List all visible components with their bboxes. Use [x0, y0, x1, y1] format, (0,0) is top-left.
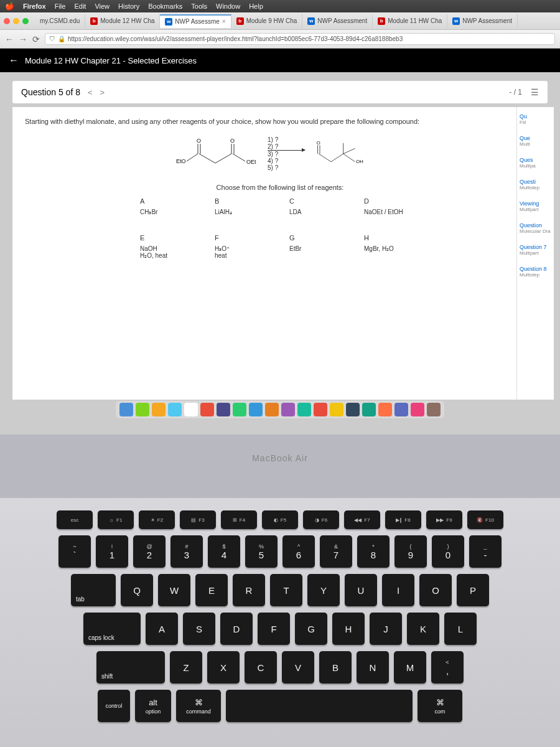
key-p: P — [457, 574, 489, 606]
dock-app-icon[interactable] — [427, 403, 441, 416]
assessment-title: Module 12 HW Chapter 21 - Selected Exerc… — [25, 56, 197, 65]
maximize-window-icon[interactable] — [22, 18, 29, 24]
menu-history[interactable]: History — [118, 2, 139, 10]
back-icon[interactable]: ← — [5, 34, 14, 44]
sidebar-question-link[interactable]: Question 7Multipart — [520, 244, 551, 256]
sidebar-question-link[interactable]: QuFill — [520, 113, 551, 125]
sidebar-question-link[interactable]: QuestionMolecular Dra — [520, 222, 551, 234]
apple-logo-icon[interactable]: 🍎 — [5, 2, 14, 11]
browser-tab[interactable]: bModule 11 HW Cha — [373, 14, 447, 28]
dock-app-icon[interactable] — [411, 403, 424, 416]
dock-app-icon[interactable] — [200, 403, 214, 416]
app-name[interactable]: Firefox — [23, 2, 46, 10]
tab-label: Module 12 HW Cha — [100, 17, 154, 24]
reagent-option[interactable]: FH₃O⁺heat — [215, 234, 271, 259]
close-window-icon[interactable] — [4, 18, 10, 24]
key-o: O — [419, 574, 452, 606]
minimize-window-icon[interactable] — [13, 18, 19, 24]
key-v: V — [282, 651, 314, 684]
menu-edit[interactable]: Edit — [74, 2, 86, 10]
key-5: %5 — [245, 535, 278, 568]
dock-app-icon[interactable] — [330, 403, 343, 416]
reagent-option[interactable]: ACH₃Br — [140, 197, 196, 215]
reagent-option[interactable]: GEtBr — [289, 234, 345, 259]
reagent-option[interactable]: DNaOEt / EtOH — [364, 197, 420, 215]
key-f: F — [258, 613, 290, 645]
reagent-letter: G — [289, 234, 345, 242]
sidebar-question-link[interactable]: ViewingMultipart — [520, 200, 551, 212]
menu-help[interactable]: Help — [249, 2, 263, 10]
dock-app-icon[interactable] — [346, 403, 360, 416]
dock-app-icon[interactable] — [249, 403, 263, 416]
reload-icon[interactable]: ⟳ — [32, 34, 40, 44]
question-list-icon[interactable]: ☰ — [531, 87, 539, 97]
dock-app-icon[interactable] — [265, 403, 279, 416]
sidebar-question-link[interactable]: Question 8Multistep — [520, 266, 551, 278]
key-esc: esc — [57, 510, 93, 529]
dock-app-icon[interactable] — [297, 403, 311, 416]
reagent-letter: E — [140, 234, 196, 242]
dock-app-icon[interactable] — [378, 403, 392, 416]
browser-tab[interactable]: bModule 12 HW Cha — [85, 14, 160, 28]
key-6: ^6 — [282, 535, 315, 568]
dock-app-icon[interactable] — [152, 403, 166, 416]
dock-app-icon[interactable] — [281, 403, 295, 416]
key-g: G — [295, 613, 327, 645]
key-h: H — [332, 613, 365, 645]
key-x: X — [207, 651, 240, 684]
browser-tab[interactable]: my.CSMD.edu — [35, 14, 85, 28]
brightspace-icon: b — [378, 17, 385, 25]
browser-toolbar: ← → ⟳ ⛉ 🔒 https://education.wiley.com/wa… — [0, 30, 560, 49]
menu-view[interactable]: View — [95, 2, 110, 10]
key-f10: 🔇F10 — [467, 510, 503, 529]
dock-app-icon[interactable] — [184, 403, 198, 416]
key--: _- — [469, 535, 502, 568]
header-back-icon[interactable]: ← — [9, 55, 19, 66]
reagent-option[interactable]: CLDA — [289, 197, 345, 215]
next-question-icon[interactable]: > — [100, 88, 105, 97]
svg-line-10 — [233, 154, 245, 161]
menu-file[interactable]: File — [55, 2, 66, 10]
dock-app-icon[interactable] — [394, 403, 408, 416]
dock-app-icon[interactable] — [136, 403, 149, 416]
menu-window[interactable]: Window — [216, 2, 240, 10]
key-c: C — [245, 651, 277, 684]
browser-tab[interactable]: bModule 9 HW Cha — [231, 14, 303, 28]
macbook-label: MacBook Air — [0, 453, 560, 463]
browser-tab[interactable]: wNWP Assessme × — [160, 14, 231, 28]
svg-text:OEt: OEt — [246, 159, 256, 165]
tab-label: NWP Assessment — [462, 17, 512, 24]
tab-close-icon[interactable]: × — [222, 18, 226, 25]
reagent-option[interactable]: ENaOHH₂O, heat — [140, 234, 196, 259]
product-icon: O OH — [312, 135, 387, 172]
key-f6: ◑F6 — [303, 510, 339, 529]
browser-tab[interactable]: wNWP Assessment — [302, 14, 373, 28]
reaction-arrow-icon — [268, 150, 305, 151]
mac-dock — [116, 401, 444, 418]
menu-tools[interactable]: Tools — [191, 2, 207, 10]
dock-app-icon[interactable] — [119, 403, 133, 416]
wileyplus-icon: w — [307, 17, 315, 25]
dock-app-icon[interactable] — [217, 403, 230, 416]
reagent-option[interactable]: HMgBr, H₂O — [364, 234, 420, 259]
wileyplus-icon: w — [452, 17, 460, 25]
sidebar-question-link[interactable]: QuesMultipa — [520, 157, 551, 169]
window-controls — [4, 18, 29, 24]
tab-label: NWP Assessme — [175, 18, 220, 25]
dock-app-icon[interactable] — [314, 403, 327, 416]
reagent-option[interactable]: BLiAlH₄ — [215, 197, 271, 215]
key-l: L — [444, 613, 477, 645]
dock-app-icon[interactable] — [362, 403, 376, 416]
dock-app-icon[interactable] — [233, 403, 246, 416]
address-bar[interactable]: ⛉ 🔒 https://education.wiley.com/was/ui/v… — [45, 33, 555, 45]
dock-app-icon[interactable] — [168, 403, 182, 416]
sidebar-question-link[interactable]: QuestiMultistep — [520, 179, 551, 190]
browser-tab[interactable]: wNWP Assessment — [447, 14, 518, 28]
sidebar-question-link[interactable]: QueMulti — [520, 135, 551, 147]
reagent-formula: EtBr — [289, 245, 345, 252]
menu-bookmarks[interactable]: Bookmarks — [148, 2, 182, 10]
forward-icon[interactable]: → — [19, 34, 27, 44]
prev-question-icon[interactable]: < — [88, 88, 93, 97]
shield-icon: ⛉ — [49, 35, 55, 42]
instruction-text: Starting with diethyl malonate, and usin… — [25, 117, 535, 126]
